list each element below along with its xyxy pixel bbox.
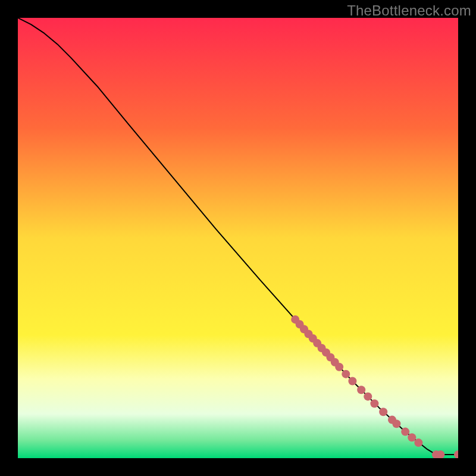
chart-svg [18,18,458,458]
data-point-marker [392,419,400,428]
data-point-marker [370,399,378,408]
chart-stage: TheBottleneck.com [0,0,476,476]
attribution-label: TheBottleneck.com [347,2,471,19]
data-point-marker [342,370,350,378]
data-point-marker [401,428,409,436]
data-point-marker [357,386,365,394]
data-point-marker [348,377,356,386]
data-point-marker [379,408,387,416]
data-point-marker [335,363,343,371]
plot-area [18,18,458,458]
data-point-marker [414,439,422,447]
gradient-background [18,18,458,458]
data-point-marker [408,433,416,441]
data-point-marker [364,392,372,400]
